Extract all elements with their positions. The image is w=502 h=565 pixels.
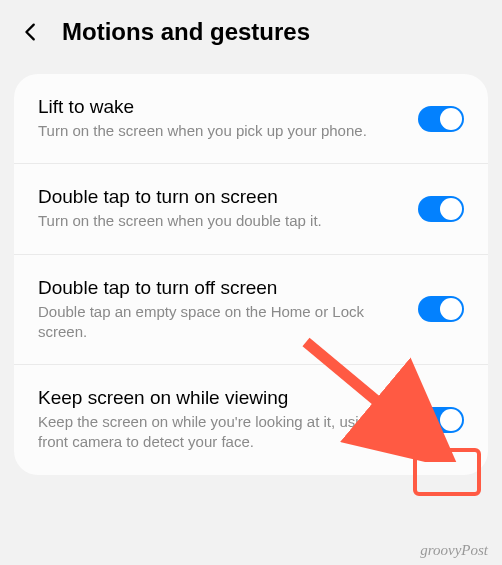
- settings-card: Lift to wake Turn on the screen when you…: [14, 74, 488, 475]
- setting-text: Double tap to turn on screen Turn on the…: [38, 186, 404, 231]
- setting-lift-to-wake[interactable]: Lift to wake Turn on the screen when you…: [14, 74, 488, 164]
- setting-keep-screen-on[interactable]: Keep screen on while viewing Keep the sc…: [14, 365, 488, 475]
- toggle-lift-to-wake[interactable]: [418, 106, 464, 132]
- header: Motions and gestures: [0, 0, 502, 64]
- watermark: groovyPost: [420, 542, 488, 559]
- setting-double-tap-off[interactable]: Double tap to turn off screen Double tap…: [14, 255, 488, 366]
- setting-title: Double tap to turn off screen: [38, 277, 404, 299]
- setting-desc: Turn on the screen when you pick up your…: [38, 121, 404, 141]
- page-title: Motions and gestures: [62, 18, 310, 46]
- setting-desc: Keep the screen on while you're looking …: [38, 412, 404, 453]
- setting-text: Lift to wake Turn on the screen when you…: [38, 96, 404, 141]
- setting-text: Double tap to turn off screen Double tap…: [38, 277, 404, 343]
- toggle-keep-screen-on[interactable]: [418, 407, 464, 433]
- setting-desc: Turn on the screen when you double tap i…: [38, 211, 404, 231]
- setting-title: Keep screen on while viewing: [38, 387, 404, 409]
- setting-text: Keep screen on while viewing Keep the sc…: [38, 387, 404, 453]
- back-icon[interactable]: [20, 21, 42, 43]
- setting-title: Lift to wake: [38, 96, 404, 118]
- toggle-double-tap-off[interactable]: [418, 296, 464, 322]
- setting-title: Double tap to turn on screen: [38, 186, 404, 208]
- toggle-double-tap-on[interactable]: [418, 196, 464, 222]
- setting-double-tap-on[interactable]: Double tap to turn on screen Turn on the…: [14, 164, 488, 254]
- setting-desc: Double tap an empty space on the Home or…: [38, 302, 404, 343]
